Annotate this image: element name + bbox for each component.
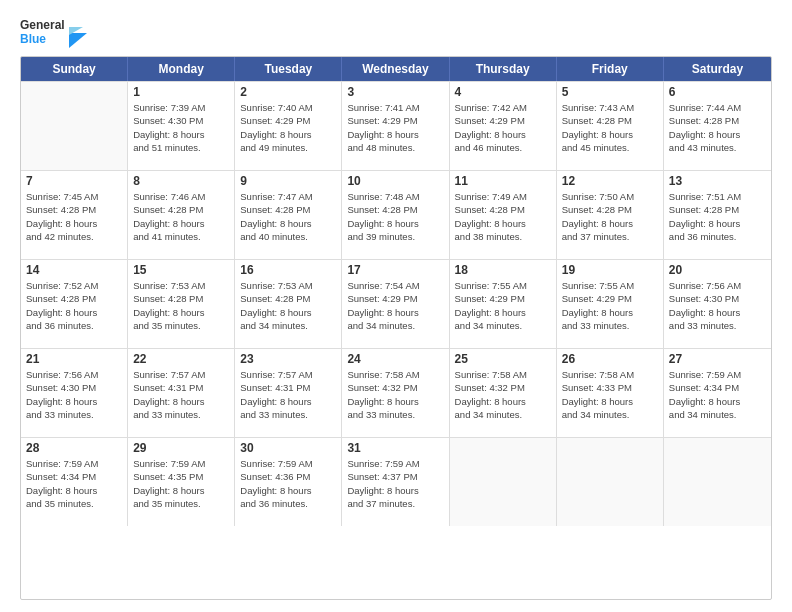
day-number: 26 bbox=[562, 352, 658, 366]
day-number: 9 bbox=[240, 174, 336, 188]
calendar-week-row: 7Sunrise: 7:45 AMSunset: 4:28 PMDaylight… bbox=[21, 170, 771, 259]
day-number: 2 bbox=[240, 85, 336, 99]
calendar-cell: 25Sunrise: 7:58 AMSunset: 4:32 PMDayligh… bbox=[450, 349, 557, 437]
calendar-cell: 28Sunrise: 7:59 AMSunset: 4:34 PMDayligh… bbox=[21, 438, 128, 526]
page: General Blue SundayMondayTuesdayWednesda… bbox=[0, 0, 792, 612]
day-number: 10 bbox=[347, 174, 443, 188]
cell-info: Sunrise: 7:44 AMSunset: 4:28 PMDaylight:… bbox=[669, 101, 766, 154]
calendar-cell: 14Sunrise: 7:52 AMSunset: 4:28 PMDayligh… bbox=[21, 260, 128, 348]
calendar-body: 1Sunrise: 7:39 AMSunset: 4:30 PMDaylight… bbox=[21, 81, 771, 526]
calendar: SundayMondayTuesdayWednesdayThursdayFrid… bbox=[20, 56, 772, 600]
logo: General Blue bbox=[20, 18, 87, 48]
calendar-cell: 31Sunrise: 7:59 AMSunset: 4:37 PMDayligh… bbox=[342, 438, 449, 526]
cell-info: Sunrise: 7:51 AMSunset: 4:28 PMDaylight:… bbox=[669, 190, 766, 243]
cell-info: Sunrise: 7:39 AMSunset: 4:30 PMDaylight:… bbox=[133, 101, 229, 154]
calendar-cell: 6Sunrise: 7:44 AMSunset: 4:28 PMDaylight… bbox=[664, 82, 771, 170]
day-number: 15 bbox=[133, 263, 229, 277]
calendar-cell: 22Sunrise: 7:57 AMSunset: 4:31 PMDayligh… bbox=[128, 349, 235, 437]
calendar-cell: 12Sunrise: 7:50 AMSunset: 4:28 PMDayligh… bbox=[557, 171, 664, 259]
cell-info: Sunrise: 7:43 AMSunset: 4:28 PMDaylight:… bbox=[562, 101, 658, 154]
day-number: 8 bbox=[133, 174, 229, 188]
cell-info: Sunrise: 7:59 AMSunset: 4:34 PMDaylight:… bbox=[669, 368, 766, 421]
day-number: 30 bbox=[240, 441, 336, 455]
day-number: 6 bbox=[669, 85, 766, 99]
calendar-cell: 30Sunrise: 7:59 AMSunset: 4:36 PMDayligh… bbox=[235, 438, 342, 526]
cell-info: Sunrise: 7:41 AMSunset: 4:29 PMDaylight:… bbox=[347, 101, 443, 154]
cell-info: Sunrise: 7:46 AMSunset: 4:28 PMDaylight:… bbox=[133, 190, 229, 243]
day-number: 20 bbox=[669, 263, 766, 277]
cell-info: Sunrise: 7:57 AMSunset: 4:31 PMDaylight:… bbox=[133, 368, 229, 421]
cell-info: Sunrise: 7:56 AMSunset: 4:30 PMDaylight:… bbox=[669, 279, 766, 332]
cell-info: Sunrise: 7:58 AMSunset: 4:32 PMDaylight:… bbox=[455, 368, 551, 421]
calendar-cell: 27Sunrise: 7:59 AMSunset: 4:34 PMDayligh… bbox=[664, 349, 771, 437]
calendar-day-header: Thursday bbox=[450, 57, 557, 81]
day-number: 24 bbox=[347, 352, 443, 366]
cell-info: Sunrise: 7:54 AMSunset: 4:29 PMDaylight:… bbox=[347, 279, 443, 332]
calendar-day-header: Sunday bbox=[21, 57, 128, 81]
day-number: 5 bbox=[562, 85, 658, 99]
day-number: 25 bbox=[455, 352, 551, 366]
cell-info: Sunrise: 7:58 AMSunset: 4:32 PMDaylight:… bbox=[347, 368, 443, 421]
day-number: 28 bbox=[26, 441, 122, 455]
calendar-day-header: Wednesday bbox=[342, 57, 449, 81]
calendar-cell: 23Sunrise: 7:57 AMSunset: 4:31 PMDayligh… bbox=[235, 349, 342, 437]
day-number: 13 bbox=[669, 174, 766, 188]
cell-info: Sunrise: 7:55 AMSunset: 4:29 PMDaylight:… bbox=[562, 279, 658, 332]
calendar-week-row: 21Sunrise: 7:56 AMSunset: 4:30 PMDayligh… bbox=[21, 348, 771, 437]
calendar-day-header: Saturday bbox=[664, 57, 771, 81]
calendar-cell bbox=[557, 438, 664, 526]
day-number: 19 bbox=[562, 263, 658, 277]
day-number: 4 bbox=[455, 85, 551, 99]
calendar-cell: 21Sunrise: 7:56 AMSunset: 4:30 PMDayligh… bbox=[21, 349, 128, 437]
calendar-cell: 20Sunrise: 7:56 AMSunset: 4:30 PMDayligh… bbox=[664, 260, 771, 348]
cell-info: Sunrise: 7:50 AMSunset: 4:28 PMDaylight:… bbox=[562, 190, 658, 243]
day-number: 27 bbox=[669, 352, 766, 366]
cell-info: Sunrise: 7:49 AMSunset: 4:28 PMDaylight:… bbox=[455, 190, 551, 243]
calendar-week-row: 28Sunrise: 7:59 AMSunset: 4:34 PMDayligh… bbox=[21, 437, 771, 526]
calendar-cell: 3Sunrise: 7:41 AMSunset: 4:29 PMDaylight… bbox=[342, 82, 449, 170]
calendar-cell: 9Sunrise: 7:47 AMSunset: 4:28 PMDaylight… bbox=[235, 171, 342, 259]
calendar-cell: 24Sunrise: 7:58 AMSunset: 4:32 PMDayligh… bbox=[342, 349, 449, 437]
calendar-cell: 26Sunrise: 7:58 AMSunset: 4:33 PMDayligh… bbox=[557, 349, 664, 437]
day-number: 29 bbox=[133, 441, 229, 455]
calendar-cell: 4Sunrise: 7:42 AMSunset: 4:29 PMDaylight… bbox=[450, 82, 557, 170]
calendar-week-row: 14Sunrise: 7:52 AMSunset: 4:28 PMDayligh… bbox=[21, 259, 771, 348]
day-number: 31 bbox=[347, 441, 443, 455]
day-number: 11 bbox=[455, 174, 551, 188]
day-number: 1 bbox=[133, 85, 229, 99]
calendar-cell: 15Sunrise: 7:53 AMSunset: 4:28 PMDayligh… bbox=[128, 260, 235, 348]
cell-info: Sunrise: 7:59 AMSunset: 4:35 PMDaylight:… bbox=[133, 457, 229, 510]
cell-info: Sunrise: 7:40 AMSunset: 4:29 PMDaylight:… bbox=[240, 101, 336, 154]
cell-info: Sunrise: 7:48 AMSunset: 4:28 PMDaylight:… bbox=[347, 190, 443, 243]
calendar-cell: 5Sunrise: 7:43 AMSunset: 4:28 PMDaylight… bbox=[557, 82, 664, 170]
cell-info: Sunrise: 7:47 AMSunset: 4:28 PMDaylight:… bbox=[240, 190, 336, 243]
header: General Blue bbox=[20, 18, 772, 48]
cell-info: Sunrise: 7:57 AMSunset: 4:31 PMDaylight:… bbox=[240, 368, 336, 421]
day-number: 18 bbox=[455, 263, 551, 277]
cell-info: Sunrise: 7:53 AMSunset: 4:28 PMDaylight:… bbox=[133, 279, 229, 332]
cell-info: Sunrise: 7:52 AMSunset: 4:28 PMDaylight:… bbox=[26, 279, 122, 332]
cell-info: Sunrise: 7:59 AMSunset: 4:36 PMDaylight:… bbox=[240, 457, 336, 510]
calendar-cell: 19Sunrise: 7:55 AMSunset: 4:29 PMDayligh… bbox=[557, 260, 664, 348]
day-number: 3 bbox=[347, 85, 443, 99]
day-number: 14 bbox=[26, 263, 122, 277]
day-number: 16 bbox=[240, 263, 336, 277]
cell-info: Sunrise: 7:59 AMSunset: 4:37 PMDaylight:… bbox=[347, 457, 443, 510]
calendar-cell bbox=[450, 438, 557, 526]
day-number: 17 bbox=[347, 263, 443, 277]
calendar-cell bbox=[21, 82, 128, 170]
calendar-cell: 29Sunrise: 7:59 AMSunset: 4:35 PMDayligh… bbox=[128, 438, 235, 526]
day-number: 7 bbox=[26, 174, 122, 188]
calendar-cell: 2Sunrise: 7:40 AMSunset: 4:29 PMDaylight… bbox=[235, 82, 342, 170]
calendar-cell: 10Sunrise: 7:48 AMSunset: 4:28 PMDayligh… bbox=[342, 171, 449, 259]
cell-info: Sunrise: 7:45 AMSunset: 4:28 PMDaylight:… bbox=[26, 190, 122, 243]
logo-triangle-icon bbox=[69, 18, 87, 48]
cell-info: Sunrise: 7:58 AMSunset: 4:33 PMDaylight:… bbox=[562, 368, 658, 421]
calendar-cell: 16Sunrise: 7:53 AMSunset: 4:28 PMDayligh… bbox=[235, 260, 342, 348]
calendar-week-row: 1Sunrise: 7:39 AMSunset: 4:30 PMDaylight… bbox=[21, 81, 771, 170]
calendar-cell bbox=[664, 438, 771, 526]
cell-info: Sunrise: 7:42 AMSunset: 4:29 PMDaylight:… bbox=[455, 101, 551, 154]
calendar-cell: 8Sunrise: 7:46 AMSunset: 4:28 PMDaylight… bbox=[128, 171, 235, 259]
calendar-cell: 17Sunrise: 7:54 AMSunset: 4:29 PMDayligh… bbox=[342, 260, 449, 348]
day-number: 12 bbox=[562, 174, 658, 188]
